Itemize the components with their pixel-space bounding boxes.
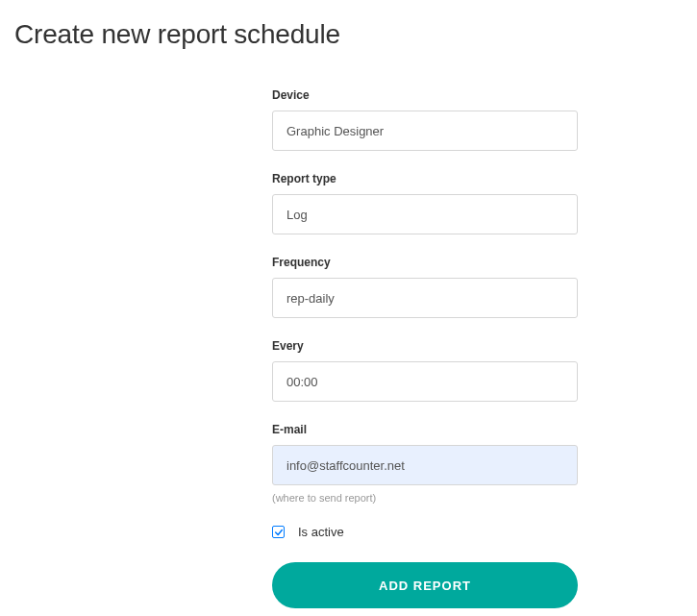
device-label: Device bbox=[272, 88, 578, 102]
report-type-label: Report type bbox=[272, 172, 578, 185]
every-group: Every bbox=[272, 339, 578, 402]
every-input[interactable] bbox=[272, 361, 578, 402]
frequency-label: Frequency bbox=[272, 256, 578, 269]
report-type-input[interactable] bbox=[272, 194, 578, 234]
email-helper: (where to send report) bbox=[272, 492, 578, 504]
email-label: E-mail bbox=[272, 423, 578, 436]
is-active-checkbox[interactable] bbox=[272, 526, 285, 538]
page-container: Create new report schedule Device Report… bbox=[0, 0, 697, 616]
frequency-input[interactable] bbox=[272, 278, 578, 318]
email-input[interactable] bbox=[272, 445, 578, 485]
is-active-label: Is active bbox=[298, 525, 344, 539]
every-label: Every bbox=[272, 339, 578, 353]
is-active-row: Is active bbox=[272, 525, 578, 539]
frequency-group: Frequency bbox=[272, 256, 578, 318]
check-icon bbox=[274, 528, 284, 537]
page-title: Create new report schedule bbox=[14, 19, 683, 50]
email-group: E-mail (where to send report) bbox=[272, 423, 578, 504]
form: Device Report type Frequency Every E-mai… bbox=[272, 88, 578, 608]
report-type-group: Report type bbox=[272, 172, 578, 234]
add-report-button[interactable]: ADD REPORT bbox=[272, 562, 578, 608]
device-input[interactable] bbox=[272, 111, 578, 151]
device-group: Device bbox=[272, 88, 578, 151]
